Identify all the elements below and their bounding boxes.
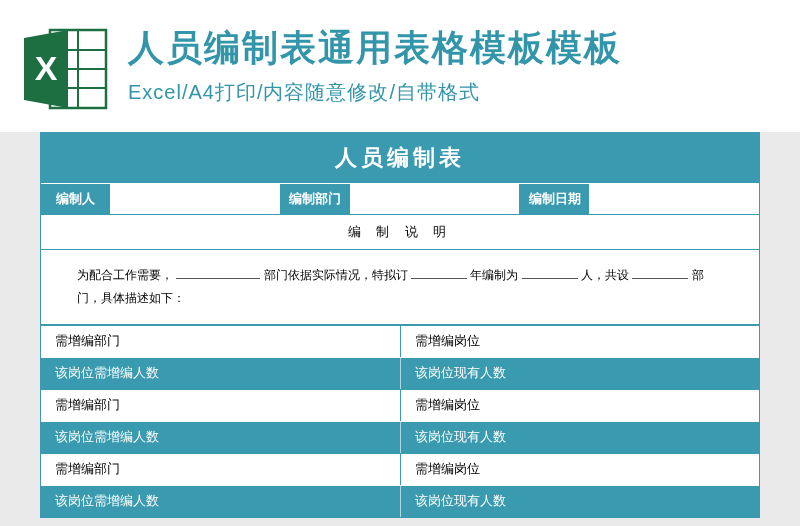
cell-left: 需增编部门	[41, 325, 400, 357]
page-header: X 人员编制表通用表格模板模板 Excel/A4打印/内容随意修改/自带格式	[0, 0, 800, 132]
table-row: 需增编部门需增编岗位	[41, 389, 759, 421]
cell-left: 该岗位需增编人数	[41, 357, 400, 389]
meta-date-label: 编制日期	[520, 184, 590, 214]
meta-dept-label: 编制部门	[281, 184, 351, 214]
cell-right: 需增编岗位	[400, 453, 760, 485]
cell-left: 需增编部门	[41, 389, 400, 421]
table-row: 需增编部门需增编岗位	[41, 325, 759, 357]
table-row: 需增编部门需增编岗位	[41, 453, 759, 485]
blank-set	[632, 267, 688, 279]
sheet: 人员编制表 编制人 编制部门 编制日期 编 制 说 明 为配合工作需要， 部门依…	[40, 132, 760, 518]
cell-right: 该岗位现有人数	[400, 421, 760, 453]
page-subtitle: Excel/A4打印/内容随意修改/自带格式	[128, 79, 622, 106]
desc-frag-c: 年编制为	[470, 268, 518, 282]
desc-frag-e: 部	[692, 268, 704, 282]
desc-frag-a: 为配合工作需要，	[77, 268, 173, 282]
cell-right: 需增编岗位	[400, 389, 760, 421]
table-row: 该岗位需增编人数该岗位现有人数	[41, 485, 759, 517]
description-text: 为配合工作需要， 部门依据实际情况，特拟订 年编制为 人，共设 部 门，具体描述…	[41, 250, 759, 325]
desc-frag-d: 人，共设	[581, 268, 629, 282]
svg-text:X: X	[35, 49, 58, 87]
cell-right: 该岗位现有人数	[400, 485, 760, 517]
meta-person-label: 编制人	[41, 184, 111, 214]
blank-dept	[176, 267, 260, 279]
sheet-preview: 人员编制表 编制人 编制部门 编制日期 编 制 说 明 为配合工作需要， 部门依…	[0, 132, 800, 518]
cell-left: 该岗位需增编人数	[41, 485, 400, 517]
section-heading: 编 制 说 明	[41, 214, 759, 250]
meta-dept-value	[351, 184, 521, 214]
table-row: 该岗位需增编人数该岗位现有人数	[41, 421, 759, 453]
meta-person-value	[111, 184, 281, 214]
meta-row: 编制人 编制部门 编制日期	[41, 184, 759, 214]
cell-left: 该岗位需增编人数	[41, 421, 400, 453]
cell-left: 需增编部门	[41, 453, 400, 485]
title-block: 人员编制表通用表格模板模板 Excel/A4打印/内容随意修改/自带格式	[128, 24, 622, 106]
blank-count	[522, 267, 578, 279]
desc-frag-b: 部门依据实际情况，特拟订	[264, 268, 408, 282]
page-title: 人员编制表通用表格模板模板	[128, 24, 622, 73]
meta-date-value	[590, 184, 759, 214]
excel-icon: X	[20, 24, 110, 114]
sheet-title: 人员编制表	[41, 133, 759, 184]
cell-right: 需增编岗位	[400, 325, 760, 357]
desc-line2: 门，具体描述如下：	[77, 291, 185, 305]
table-row: 该岗位需增编人数该岗位现有人数	[41, 357, 759, 389]
rows-container: 需增编部门需增编岗位该岗位需增编人数该岗位现有人数需增编部门需增编岗位该岗位需增…	[41, 325, 759, 517]
blank-year	[411, 267, 467, 279]
cell-right: 该岗位现有人数	[400, 357, 760, 389]
